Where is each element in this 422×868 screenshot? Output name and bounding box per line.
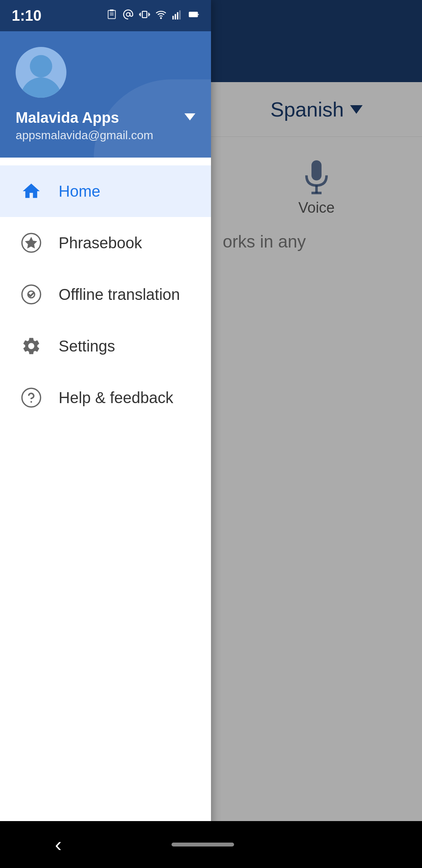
svg-rect-15 (175, 14, 176, 19)
drawer-email: appsmalavida@gmail.com (16, 129, 184, 142)
help-icon (20, 386, 43, 409)
drawer-username: Malavida Apps (16, 109, 184, 126)
account-switch-arrow[interactable] (184, 113, 195, 120)
menu-label-help-feedback: Help & feedback (59, 389, 173, 407)
svg-point-27 (22, 388, 41, 407)
star-icon (20, 231, 43, 255)
svg-point-7 (126, 13, 130, 16)
drawer-user-details: Malavida Apps appsmalavida@gmail.com (16, 109, 184, 142)
clipboard-icon (106, 9, 117, 23)
wifi-icon (156, 9, 166, 23)
vibrate-icon (139, 9, 150, 23)
menu-label-home: Home (59, 183, 100, 200)
menu-label-offline-translation: Offline translation (59, 286, 180, 303)
svg-rect-20 (190, 13, 197, 16)
offline-icon (20, 283, 43, 306)
svg-rect-3 (108, 10, 116, 18)
menu-label-phrasebook: Phrasebook (59, 234, 142, 252)
status-time: 1:10 (12, 7, 41, 24)
signal-icon (172, 9, 183, 23)
battery-icon (188, 9, 199, 23)
menu-label-settings: Settings (59, 337, 115, 355)
menu-item-offline-translation[interactable]: Offline translation (0, 269, 211, 320)
status-bar: 1:10 (0, 0, 211, 31)
at-icon (123, 9, 134, 23)
menu-item-home[interactable]: Home (0, 165, 211, 217)
svg-rect-4 (110, 9, 113, 11)
gear-icon (20, 334, 43, 358)
nav-bar: ‹ (0, 821, 422, 868)
svg-point-28 (30, 401, 32, 403)
drawer-menu: Home Phrasebook Offline translation (0, 158, 211, 868)
back-button[interactable]: ‹ (55, 833, 61, 856)
home-icon (20, 179, 43, 203)
drawer-scrim[interactable] (211, 0, 422, 868)
status-icons (106, 9, 199, 23)
avatar-svg (16, 47, 66, 98)
drawer-header: Malavida Apps appsmalavida@gmail.com (0, 31, 211, 158)
svg-point-21 (21, 77, 61, 98)
drawer-user-info: Malavida Apps appsmalavida@gmail.com (16, 109, 195, 142)
svg-point-22 (30, 55, 52, 77)
svg-rect-17 (179, 10, 181, 19)
menu-item-settings[interactable]: Settings (0, 320, 211, 372)
svg-rect-8 (142, 11, 147, 17)
svg-rect-14 (172, 16, 174, 19)
nav-drawer: 1:10 (0, 0, 211, 868)
menu-item-help-feedback[interactable]: Help & feedback (0, 372, 211, 423)
svg-point-13 (161, 18, 161, 18)
svg-rect-16 (177, 12, 179, 20)
avatar[interactable] (16, 47, 66, 98)
menu-item-phrasebook[interactable]: Phrasebook (0, 217, 211, 269)
home-pill[interactable] (172, 843, 234, 846)
